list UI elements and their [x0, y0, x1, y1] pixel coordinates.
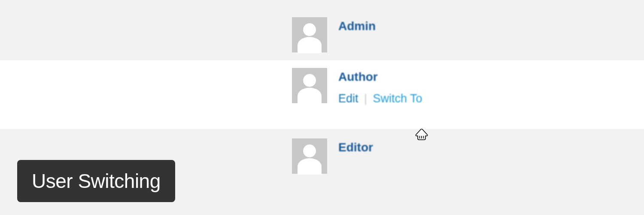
- action-divider: |: [364, 92, 367, 105]
- user-row-author[interactable]: Author Edit | Switch To: [0, 60, 644, 129]
- user-info: Editor: [338, 138, 373, 163]
- switch-to-link[interactable]: Switch To: [373, 92, 422, 105]
- user-name-link[interactable]: Admin: [338, 19, 376, 34]
- row-actions: Edit | Switch To: [338, 92, 422, 105]
- user-name-link[interactable]: Editor: [338, 140, 373, 155]
- user-name-link[interactable]: Author: [338, 70, 422, 84]
- user-info: Author Edit | Switch To: [338, 68, 422, 105]
- user-info: Admin: [338, 17, 376, 41]
- edit-link[interactable]: Edit: [338, 92, 358, 105]
- avatar-icon: [292, 68, 327, 103]
- avatar-icon: [292, 138, 327, 174]
- plugin-title-badge: User Switching: [17, 160, 175, 202]
- user-row-admin[interactable]: Admin: [0, 0, 644, 60]
- avatar-icon: [292, 17, 327, 52]
